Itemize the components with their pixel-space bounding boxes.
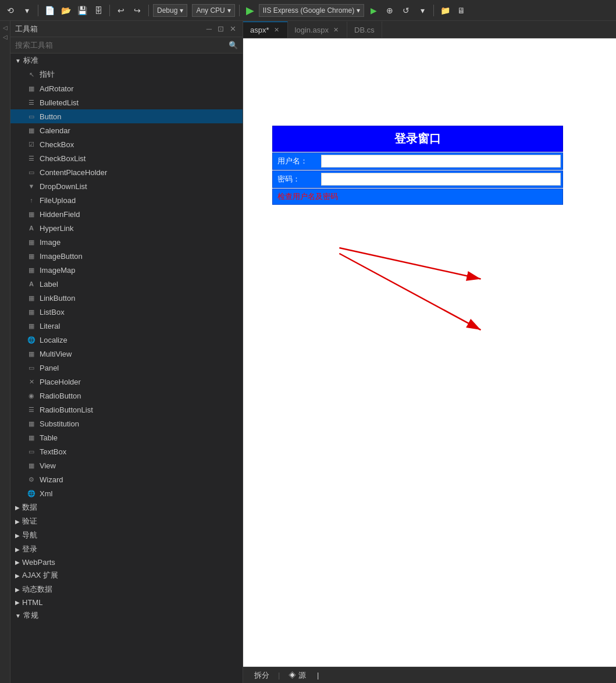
toolbox-item-listbox[interactable]: ▦ ListBox (10, 305, 243, 319)
refresh2-btn[interactable]: ▾ (415, 3, 429, 17)
category-dynamic[interactable]: ▶ 动态数据 (10, 582, 243, 596)
bottom-tab-source[interactable]: ◈ 源 (282, 668, 312, 683)
tab-db[interactable]: DB.cs (347, 22, 382, 38)
bottom-tab-source-label: ◈ 源 (289, 671, 306, 680)
toolbox-item-checkbox[interactable]: ☑ CheckBox (10, 137, 243, 151)
category-html[interactable]: ▶ HTML (10, 596, 243, 609)
toolbox-item-image[interactable]: ▦ Image (10, 235, 243, 249)
refresh-btn[interactable]: ↺ (399, 3, 413, 17)
toolbox-item-dropdownlist[interactable]: ▼ DropDownList (10, 179, 243, 193)
category-label-validation: 验证 (22, 516, 37, 527)
toolbox-item-placeholder[interactable]: ✕ PlaceHolder (10, 375, 243, 389)
toolbox-item-adrotator[interactable]: ▦ AdRotator (10, 81, 243, 95)
config-dropdown[interactable]: Debug ▾ (153, 4, 187, 17)
toolbox-item-label[interactable]: A Label (10, 277, 243, 291)
toolbox-title: 工具箱 (15, 24, 38, 34)
toolbox-item-calendar[interactable]: ▦ Calendar (10, 123, 243, 137)
attach-btn[interactable]: ⊕ (383, 3, 397, 17)
toolbox-item-imagemap[interactable]: ▦ ImageMap (10, 263, 243, 277)
run-button[interactable]: ▶ (244, 4, 257, 17)
toolbox-auto-hide-btn[interactable]: ⊡ (216, 24, 226, 34)
forward-btn[interactable]: ▾ (20, 3, 34, 17)
toolbox-item-localize[interactable]: 🌐 Localize (10, 333, 243, 347)
sep3 (148, 5, 149, 16)
bottom-tab-split[interactable]: 拆分 (248, 668, 276, 683)
pin-icon[interactable]: ◁ (1, 33, 9, 41)
toolbox-search-input[interactable] (15, 41, 229, 49)
redo-btn[interactable]: ↪ (130, 3, 144, 17)
right-area: aspx* ✕ login.aspx ✕ DB.cs 登录窗口 用户 (243, 21, 616, 683)
saveall-btn[interactable]: 🗄 (91, 3, 105, 17)
open-btn[interactable]: 📂 (59, 3, 73, 17)
imagemap-icon: ▦ (27, 265, 36, 275)
toolbox-item-hyperlink[interactable]: A HyperLink (10, 221, 243, 235)
toolbox-item-label: Xml (40, 489, 52, 498)
tab-login[interactable]: login.aspx ✕ (288, 22, 348, 38)
tab-aspx[interactable]: aspx* ✕ (243, 22, 288, 38)
toolbox-item-imagebutton[interactable]: ▦ ImageButton (10, 249, 243, 263)
category-label-webparts: WebParts (22, 558, 55, 567)
toolbox-item-substitution[interactable]: ▦ Substitution (10, 417, 243, 431)
linkbutton-icon: ▦ (27, 293, 36, 303)
toolbox-item-view[interactable]: ▦ View (10, 458, 243, 472)
back-btn[interactable]: ⟲ (3, 3, 17, 17)
fileupload-icon: ↑ (27, 195, 36, 205)
toolbox-item-radiobuttonlist[interactable]: ☰ RadioButtonList (10, 403, 243, 417)
new-btn[interactable]: 📄 (42, 3, 56, 17)
toolbox-close-btn[interactable]: ✕ (228, 24, 238, 34)
monitor-btn[interactable]: 🖥 (454, 3, 468, 17)
category-common[interactable]: ▼ 常规 (10, 609, 243, 622)
tab-close-aspx[interactable]: ✕ (273, 26, 280, 34)
toolbox-item-bulletedlist[interactable]: ☰ BulletedList (10, 95, 243, 109)
category-arrow-navigation: ▶ (15, 532, 20, 539)
toolbox-item-radiobutton[interactable]: ◉ RadioButton (10, 389, 243, 403)
run-target-dropdown[interactable]: IIS Express (Google Chrome) ▾ (259, 4, 364, 17)
toolbox-item-textbox[interactable]: ▭ TextBox (10, 444, 243, 458)
toolbox-item-pointer[interactable]: ↖ 指针 (10, 67, 243, 81)
category-arrow-webparts: ▶ (15, 559, 20, 565)
toolbox-item-wizard[interactable]: ⚙ Wizard (10, 472, 243, 486)
folder-btn[interactable]: 📁 (438, 3, 452, 17)
bookmark-icon[interactable]: ◁ (1, 23, 9, 31)
checkboxlist-icon: ☰ (27, 154, 36, 163)
category-arrow-dynamic: ▶ (15, 586, 20, 593)
localize-icon: 🌐 (27, 335, 36, 344)
category-data[interactable]: ▶ 数据 (10, 500, 243, 514)
category-ajax[interactable]: ▶ AJAX 扩展 (10, 568, 243, 582)
toolbox-item-fileupload[interactable]: ↑ FileUpload (10, 193, 243, 207)
category-login[interactable]: ▶ 登录 (10, 542, 243, 556)
label-icon: A (27, 279, 36, 289)
svg-line-3 (339, 254, 480, 330)
category-label-ajax: AJAX 扩展 (22, 570, 58, 581)
category-navigation[interactable]: ▶ 导航 (10, 528, 243, 542)
platform-dropdown[interactable]: Any CPU ▾ (192, 4, 234, 17)
category-validation[interactable]: ▶ 验证 (10, 514, 243, 528)
tab-close-login[interactable]: ✕ (332, 26, 340, 34)
toolbox-header: 工具箱 ─ ⊡ ✕ (10, 21, 243, 37)
toolbox-item-xml[interactable]: 🌐 Xml (10, 486, 243, 500)
password-input[interactable] (321, 173, 561, 186)
main-toolbar: ⟲ ▾ 📄 📂 💾 🗄 ↩ ↪ Debug ▾ Any CPU ▾ ▶ IIS … (0, 0, 616, 21)
toolbox-item-panel[interactable]: ▭ Panel (10, 361, 243, 375)
toolbox-item-checkboxlist[interactable]: ☰ CheckBoxList (10, 151, 243, 165)
toolbox-item-label: LinkButton (40, 294, 75, 303)
toolbox-item-linkbutton[interactable]: ▦ LinkButton (10, 291, 243, 305)
run-green-btn[interactable]: ▶ (366, 3, 380, 17)
toolbox-item-table[interactable]: ▦ Table (10, 431, 243, 444)
username-input[interactable] (321, 155, 561, 168)
category-standard[interactable]: ▼ 标准 (10, 54, 243, 67)
category-label-login: 登录 (22, 544, 37, 554)
toolbox-pin-btn[interactable]: ─ (205, 24, 213, 34)
toolbox-item-literal[interactable]: ▦ Literal (10, 319, 243, 333)
toolbox-item-label: ContentPlaceHolder (40, 168, 107, 177)
toolbox-item-button[interactable]: ▭ Button (10, 109, 243, 123)
undo-btn[interactable]: ↩ (114, 3, 128, 17)
category-arrow-standard: ▼ (15, 58, 21, 64)
toolbox-item-contentplaceholder[interactable]: ▭ ContentPlaceHolder (10, 165, 243, 179)
category-webparts[interactable]: ▶ WebParts (10, 556, 243, 568)
toolbox-item-multiview[interactable]: ▦ MultiView (10, 347, 243, 361)
save-btn[interactable]: 💾 (75, 3, 89, 17)
category-label-standard: 标准 (23, 55, 38, 66)
toolbox-item-hiddenfield[interactable]: ▦ HiddenField (10, 207, 243, 221)
category-arrow-html: ▶ (15, 599, 20, 606)
